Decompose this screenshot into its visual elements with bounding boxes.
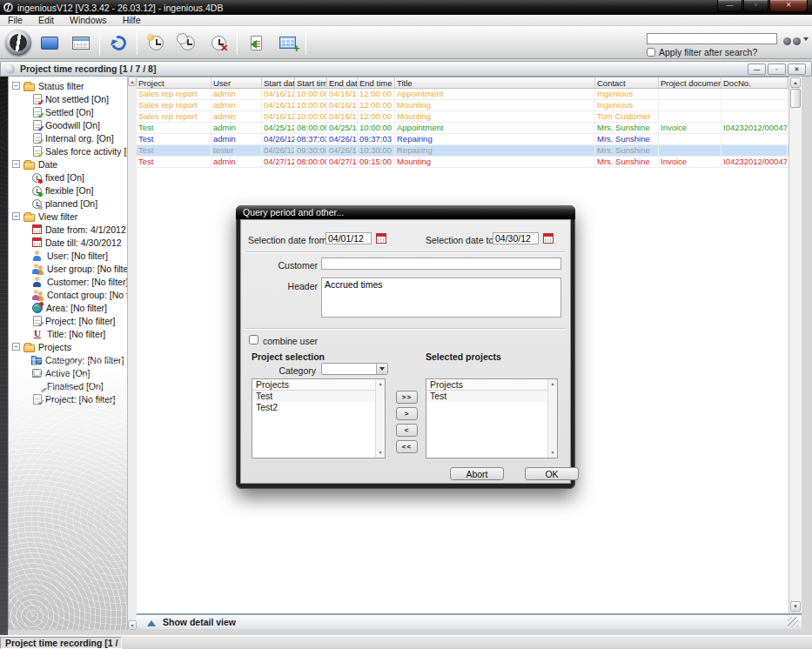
tree-item-project-no-filter[interactable]: Project: [No filter]: [9, 392, 127, 405]
tree-section-projects[interactable]: −Projects: [9, 340, 127, 353]
tree-item-project-no-filter[interactable]: Project: [No filter]: [9, 314, 127, 327]
table-row[interactable]: Testtester04/26/1209:30:0004/26/1210:30:…: [137, 145, 789, 157]
delete-time-button[interactable]: [203, 28, 234, 57]
apply-filter-checkbox[interactable]: [647, 48, 655, 57]
minimize-button[interactable]: —: [717, 0, 742, 12]
collapse-icon[interactable]: −: [12, 343, 20, 351]
close-button[interactable]: ✕: [769, 0, 808, 12]
refresh-button[interactable]: [103, 28, 134, 57]
tree-item-date-from-4-1-2012[interactable]: Date from: 4/1/2012: [9, 223, 127, 236]
tree-item-user-group-no-filter[interactable]: User group: [No filter]: [9, 262, 127, 275]
column-header-contact[interactable]: Contact: [595, 77, 659, 88]
list-item[interactable]: Test: [252, 391, 385, 402]
list-item[interactable]: Test2: [252, 402, 385, 413]
tree-section-status-filter[interactable]: −Status filter: [9, 79, 127, 92]
table-scrollbar[interactable]: ▲ ▼: [789, 77, 802, 612]
collapse-icon[interactable]: −: [12, 82, 20, 90]
table-row[interactable]: Testadmin04/25/1208:00:0004/25/1210:00:0…: [137, 123, 789, 134]
tree-item-title-no-filter[interactable]: Title: [No filter]: [9, 327, 127, 340]
calendar-view-button[interactable]: [65, 28, 97, 57]
tree-item-planned-on[interactable]: planned [On]: [9, 197, 127, 210]
scroll-up-icon[interactable]: ▲: [790, 77, 801, 88]
date-to-input[interactable]: [493, 232, 539, 244]
column-header-start-date[interactable]: Start date: [262, 77, 295, 88]
tree-item-category-no-filter[interactable]: Category: [No filter]: [9, 353, 127, 366]
column-header-user[interactable]: User: [211, 77, 262, 88]
tree-scrollbar[interactable]: ▲ ▼: [127, 77, 137, 630]
scroll-up-icon[interactable]: ▲: [128, 77, 137, 86]
tree-item-settled-on[interactable]: Settled [On]: [9, 105, 127, 118]
menu-edit[interactable]: Edit: [30, 15, 62, 26]
show-detail-bar[interactable]: Show detail view: [137, 613, 802, 629]
column-header-end-time[interactable]: End time: [358, 77, 395, 88]
column-header-project[interactable]: Project: [137, 77, 211, 88]
tree-item-goodwill-on[interactable]: Goodwill [On]: [9, 118, 127, 131]
ok-button[interactable]: OK: [525, 467, 579, 480]
collapse-icon[interactable]: −: [12, 160, 20, 168]
calendar-picker-icon[interactable]: [543, 233, 554, 244]
tree-item-fixed-on[interactable]: fixed [On]: [9, 171, 127, 184]
column-header-end-date[interactable]: End date: [327, 77, 358, 88]
selected-projects-list[interactable]: ProjectsTest▲▼: [426, 378, 558, 458]
abort-button[interactable]: Abort: [450, 467, 504, 480]
table-header-row[interactable]: ProjectUserStart dateStart timeEnd dateE…: [137, 77, 789, 89]
tree-item-area-no-filter[interactable]: Area: [No filter]: [9, 301, 127, 314]
tree-item-date-till-4-30-2012[interactable]: Date till: 4/30/2012: [9, 236, 127, 249]
menu-file[interactable]: File: [0, 15, 30, 26]
column-header-project-document[interactable]: Project document: [659, 77, 721, 88]
scroll-up-icon[interactable]: ▲: [549, 380, 556, 388]
tree-section-date[interactable]: −Date: [9, 157, 127, 171]
add-table-button[interactable]: [272, 28, 303, 57]
date-from-input[interactable]: [325, 232, 372, 244]
header-textarea[interactable]: Accrued times: [321, 278, 561, 318]
new-time-button[interactable]: [140, 28, 171, 57]
panel-close-button[interactable]: ✕: [788, 64, 806, 75]
dropdown-button[interactable]: [376, 364, 387, 374]
table-row[interactable]: Sales rep reportadmin04/16/1210:00:0004/…: [137, 100, 789, 111]
move-all-left-button[interactable]: <<: [396, 440, 418, 453]
tree-item-customer-no-filter[interactable]: Customer: [No filter]: [9, 275, 127, 288]
scroll-up-icon[interactable]: ▲: [377, 380, 384, 388]
move-all-right-button[interactable]: >>: [396, 391, 418, 404]
column-header-docno[interactable]: DocNo.: [721, 77, 788, 88]
list-scrollbar[interactable]: ▲▼: [547, 379, 557, 458]
copy-time-button[interactable]: [171, 28, 203, 57]
tree-section-view-filter[interactable]: −View filter: [9, 210, 127, 223]
export-document-button[interactable]: [240, 28, 272, 57]
search-button[interactable]: [783, 33, 809, 45]
collapse-icon[interactable]: −: [12, 212, 20, 220]
project-selection-list[interactable]: ProjectsTestTest2▲▼: [252, 378, 386, 458]
calendar-picker-icon[interactable]: [376, 233, 386, 244]
resize-grip[interactable]: [788, 617, 798, 627]
tree-item-internal-org-on[interactable]: Internal org. [On]: [9, 131, 127, 144]
tree-item-sales-force-activity-on[interactable]: Sales force activity [On]: [9, 144, 127, 157]
chevron-down-icon[interactable]: [803, 37, 809, 43]
window-titlebar[interactable]: ingeniousV12 [V3.3.42 - 26.03.12] - inge…: [0, 0, 812, 15]
menu-hilfe[interactable]: Hilfe: [115, 15, 149, 26]
tree-item-contact-group-no-filter[interactable]: Contact group: [No filter]: [9, 288, 127, 301]
dialog-titlebar[interactable]: Query period and other...: [236, 205, 575, 219]
table-row[interactable]: Testadmin04/26/1208:37:0304/26/1209:37:0…: [137, 134, 789, 145]
tree-item-user-no-filter[interactable]: User: [No filter]: [9, 249, 127, 262]
app-logo-button[interactable]: [3, 28, 34, 57]
list-view-button[interactable]: [34, 28, 65, 57]
tree-item-active-on[interactable]: Active [On]: [9, 366, 127, 379]
tree-item-flexible-on[interactable]: flexible [On]: [9, 184, 127, 197]
maximize-button[interactable]: ▫: [743, 0, 768, 12]
column-header-title[interactable]: Title: [395, 77, 595, 88]
table-row[interactable]: Testadmin04/27/1208:00:0004/27/1209:15:0…: [137, 157, 789, 168]
scroll-down-icon[interactable]: ▼: [549, 449, 556, 457]
scroll-down-icon[interactable]: ▼: [377, 449, 384, 457]
move-right-button[interactable]: >: [396, 407, 418, 420]
scroll-down-icon[interactable]: ▼: [790, 601, 801, 612]
scroll-thumb[interactable]: [790, 89, 801, 108]
list-item[interactable]: Test: [426, 391, 557, 402]
panel-minimize-button[interactable]: —: [748, 64, 766, 75]
tree-item-not-settled-on[interactable]: Not settled [On]: [9, 92, 127, 105]
category-dropdown[interactable]: [321, 363, 388, 375]
menu-windows[interactable]: Windows: [62, 15, 115, 26]
move-left-button[interactable]: <: [396, 424, 418, 437]
combine-user-checkbox[interactable]: [249, 335, 258, 345]
scroll-down-icon[interactable]: ▼: [128, 620, 137, 630]
table-row[interactable]: Sales rep reportadmin04/16/1210:00:0004/…: [137, 111, 789, 123]
